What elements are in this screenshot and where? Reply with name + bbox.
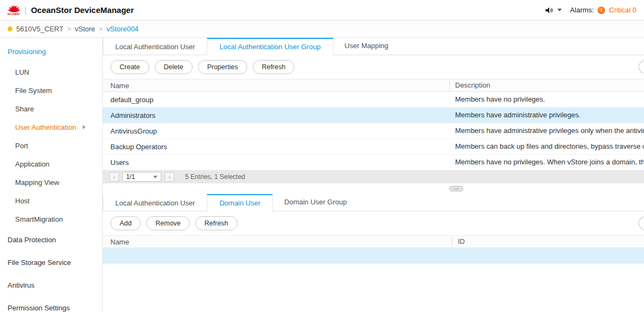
group-name-cell: Backup Operators: [103, 143, 449, 151]
column-header-name[interactable]: Name: [103, 82, 449, 90]
sidebar-item-label: Mapping View: [15, 178, 59, 187]
upper-tab-bar: Local Authentication User Local Authenti…: [103, 38, 644, 55]
sidebar-section-label: Antivirus: [8, 281, 35, 289]
group-description-cell: Members have no privileges.: [449, 95, 644, 104]
sidebar-item-label: Application: [15, 160, 50, 168]
table-row[interactable]: Users Members have no privileges. When v…: [103, 155, 644, 170]
create-button[interactable]: Create: [110, 60, 149, 74]
group-description-cell: Members have no privileges. When vStore …: [449, 157, 644, 167]
remove-button[interactable]: Remove: [146, 216, 190, 230]
sidebar-section-permission-settings[interactable]: Permission Settings: [0, 296, 102, 312]
delete-button[interactable]: Delete: [155, 60, 193, 74]
pagination-bar: ‹ 1/1 › 5 Entries, 1 Selected: [103, 170, 644, 183]
table-row[interactable]: AntivirusGroup Members have administrati…: [103, 123, 644, 139]
sidebar-item-port[interactable]: Port: [0, 136, 102, 155]
column-header-name[interactable]: Name: [103, 238, 452, 246]
alarms-label: Alarms:: [570, 6, 594, 14]
table-row[interactable]: default_group Members have no privileges…: [103, 92, 644, 108]
column-header-id[interactable]: ID: [452, 237, 644, 247]
sidebar-item-label: Host: [15, 197, 30, 205]
tab-label: Domain User: [219, 199, 260, 207]
table-row[interactable]: [103, 248, 644, 264]
tab-user-mapping[interactable]: User Mapping: [333, 38, 400, 55]
sidebar-section-antivirus[interactable]: Antivirus: [0, 274, 102, 296]
lower-toolbar: Add Remove Refresh: [103, 211, 644, 235]
group-name-cell: Users: [103, 158, 449, 167]
group-description-cell: Members can back up files and directorie…: [449, 142, 644, 151]
dropdown-caret-icon: [153, 176, 157, 178]
previous-page-button[interactable]: ‹: [109, 172, 119, 182]
sidebar-section-label: Data Protection: [8, 236, 56, 244]
breadcrumb: 5610V5_CERT > vStore > vStore004: [0, 21, 644, 38]
page-value: 1/1: [126, 173, 135, 181]
splitter-grip-handle[interactable]: [449, 186, 463, 191]
alarm-sound-dropdown-icon[interactable]: [557, 9, 562, 11]
column-header-description[interactable]: Description: [449, 81, 644, 90]
sidebar-item-share[interactable]: Share: [0, 99, 102, 118]
sidebar-item-user-authentication[interactable]: User Authentication: [0, 118, 102, 136]
huawei-flower-icon: [9, 4, 19, 13]
clipped-filter-control[interactable]: [639, 60, 644, 74]
table-row[interactable]: Administrators Members have administrati…: [103, 108, 644, 123]
refresh-button[interactable]: Refresh: [253, 60, 295, 74]
clipped-filter-control[interactable]: [639, 216, 644, 230]
huawei-logo: HUAWEI: [8, 4, 20, 16]
tab-local-authentication-user[interactable]: Local Authentication User: [103, 38, 207, 55]
tab-label: User Mapping: [345, 42, 389, 50]
sidebar-item-host[interactable]: Host: [0, 191, 102, 210]
refresh-button-lower[interactable]: Refresh: [195, 216, 238, 230]
sidebar-item-label: Port: [15, 142, 28, 150]
sidebar-item-label: SmartMigration: [15, 215, 63, 223]
sidebar-section-label: Provisioning: [8, 48, 46, 56]
group-name-cell: default_group: [103, 96, 449, 104]
sidebar-item-lun[interactable]: LUN: [0, 63, 102, 81]
user-group-table: Name Description default_group Members h…: [103, 79, 644, 170]
panel-splitter: [103, 183, 644, 194]
breadcrumb-vstore004[interactable]: vStore004: [107, 25, 139, 33]
upper-toolbar: Create Delete Properties Refresh: [103, 55, 644, 79]
sidebar-item-application[interactable]: Application: [0, 155, 102, 173]
breadcrumb-vstore[interactable]: vStore: [75, 25, 95, 33]
speaker-icon[interactable]: [545, 6, 554, 14]
lower-tab-bar: Local Authentication User Domain User Do…: [103, 194, 644, 211]
table-header-row: Name ID: [103, 235, 644, 248]
tab-domain-user-group[interactable]: Domain User Group: [272, 194, 359, 211]
properties-button[interactable]: Properties: [198, 60, 247, 74]
breadcrumb-device[interactable]: 5610V5_CERT: [16, 25, 63, 33]
group-name-cell: Administrators: [103, 111, 449, 120]
add-button[interactable]: Add: [110, 216, 141, 230]
tab-label: Local Authentication User Group: [219, 43, 320, 51]
brand-text: HUAWEI: [8, 12, 20, 16]
entries-summary: 5 Entries, 1 Selected: [185, 173, 245, 181]
content-shell: Provisioning LUN File System Share User …: [0, 38, 644, 312]
sidebar-section-provisioning[interactable]: Provisioning: [0, 40, 102, 63]
tab-label: Local Authentication User: [115, 43, 195, 51]
sidebar-section-file-storage-service[interactable]: File Storage Service: [0, 251, 102, 274]
tab-domain-user[interactable]: Domain User: [207, 194, 273, 211]
tab-local-authentication-user-lower[interactable]: Local Authentication User: [103, 194, 207, 211]
sidebar-item-smartmigration[interactable]: SmartMigration: [0, 210, 102, 228]
sidebar-item-label: LUN: [15, 68, 29, 76]
main-content: Local Authentication User Local Authenti…: [103, 38, 644, 312]
tab-label: Local Authentication User: [115, 199, 195, 207]
table-row[interactable]: Backup Operators Members can back up fil…: [103, 139, 644, 155]
sidebar-item-label: File System: [15, 87, 52, 95]
sidebar-item-label: User Authentication: [15, 123, 76, 131]
sidebar-item-file-system[interactable]: File System: [0, 81, 102, 99]
top-bar: HUAWEI | OceanStor DeviceManager Alarms:…: [0, 0, 644, 21]
critical-count-link[interactable]: Critical 0: [609, 6, 636, 14]
sidebar-item-label: Share: [15, 105, 34, 113]
critical-alarm-icon[interactable]: !: [597, 6, 605, 14]
device-status-dot: [8, 26, 12, 31]
sidebar-section-data-protection[interactable]: Data Protection: [0, 228, 102, 251]
group-name-cell: AntivirusGroup: [103, 127, 449, 135]
next-page-button[interactable]: ›: [165, 172, 174, 182]
tab-bar-spacer: [400, 38, 644, 55]
sidebar-item-mapping-view[interactable]: Mapping View: [0, 173, 102, 191]
brand-divider: |: [24, 5, 27, 15]
topbar-right: Alarms: ! Critical 0: [545, 6, 636, 14]
tab-local-authentication-user-group[interactable]: Local Authentication User Group: [207, 38, 333, 55]
tab-bar-spacer: [358, 194, 644, 211]
sidebar-section-label: Permission Settings: [8, 304, 70, 312]
page-select-dropdown[interactable]: 1/1: [122, 172, 161, 182]
